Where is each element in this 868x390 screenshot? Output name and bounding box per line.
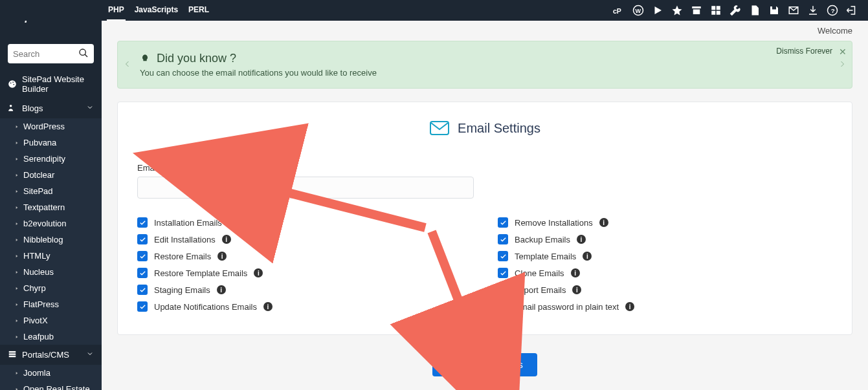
notice-body: You can choose the email notifications y… bbox=[140, 68, 813, 78]
sidebar-item-chyrp[interactable]: Chyrp bbox=[0, 280, 102, 296]
download-icon[interactable] bbox=[807, 5, 819, 16]
sidebar-item-flatpress[interactable]: FlatPress bbox=[0, 296, 102, 312]
sidebar-item-textpattern[interactable]: Textpattern bbox=[0, 199, 102, 215]
caret-right-icon bbox=[14, 170, 19, 180]
checkbox[interactable] bbox=[137, 285, 148, 295]
notice-prev[interactable] bbox=[122, 59, 133, 70]
cpanel-icon[interactable]: cP bbox=[613, 5, 625, 16]
caret-right-icon bbox=[14, 154, 19, 164]
checkbox[interactable] bbox=[498, 285, 508, 295]
tab-perl[interactable]: PERL bbox=[187, 0, 210, 21]
info-icon[interactable]: i bbox=[222, 235, 231, 244]
tab-php[interactable]: PHP bbox=[107, 0, 126, 21]
checkbox-label: Edit Installations bbox=[154, 235, 216, 244]
notice-next[interactable] bbox=[836, 59, 848, 70]
sidebar-item-leafpub[interactable]: Leafpub bbox=[0, 329, 102, 345]
welcome-text: Welcome bbox=[102, 21, 868, 38]
sidebar-item-serendipity[interactable]: Serendipity bbox=[0, 151, 102, 167]
sidebar-category-portals-cms[interactable]: Portals/CMS bbox=[0, 345, 102, 365]
notice-close[interactable]: ✕ bbox=[839, 47, 847, 57]
tab-javascripts[interactable]: JavaScripts bbox=[133, 0, 179, 21]
checkbox[interactable] bbox=[498, 234, 508, 244]
info-icon[interactable]: i bbox=[217, 252, 227, 261]
sidebar-category-blogs[interactable]: Blogs bbox=[0, 98, 102, 118]
file-icon[interactable] bbox=[749, 5, 761, 16]
envelope-icon[interactable] bbox=[788, 5, 799, 16]
checkbox[interactable] bbox=[498, 301, 508, 312]
info-icon[interactable]: i bbox=[577, 235, 586, 244]
sidebar-item-nucleus[interactable]: Nucleus bbox=[0, 264, 102, 280]
info-icon[interactable]: i bbox=[228, 218, 238, 227]
search-input[interactable] bbox=[13, 49, 78, 59]
caret-right-icon bbox=[14, 138, 19, 147]
sidebar-item-joomla[interactable]: Joomla bbox=[0, 365, 102, 381]
sidebar-item-open-real-estate[interactable]: Open Real Estate bbox=[0, 381, 102, 390]
check-row-update-notifications-emails: Update Notifications Emailsi bbox=[137, 298, 472, 315]
logout-icon[interactable] bbox=[846, 5, 858, 16]
sidebar-item-dotclear[interactable]: Dotclear bbox=[0, 167, 102, 183]
search-icon[interactable] bbox=[78, 48, 89, 60]
grid-icon[interactable] bbox=[710, 5, 722, 16]
email-address-label: Email Address i bbox=[137, 163, 832, 173]
topbar-icons: cP W ? bbox=[613, 5, 868, 16]
checkbox[interactable] bbox=[137, 251, 148, 261]
svg-rect-12 bbox=[9, 353, 16, 354]
svg-rect-13 bbox=[9, 356, 16, 357]
checkbox[interactable] bbox=[137, 268, 148, 278]
email-settings-card: Email Settings Email Address i Installat… bbox=[117, 102, 852, 335]
info-icon[interactable]: i bbox=[217, 285, 226, 294]
checkbox[interactable] bbox=[137, 234, 148, 244]
checkbox[interactable] bbox=[498, 251, 508, 261]
sidebar-item-pubvana[interactable]: Pubvana bbox=[0, 135, 102, 151]
star-icon[interactable] bbox=[671, 5, 683, 16]
checkbox[interactable] bbox=[498, 217, 508, 228]
checkbox[interactable] bbox=[137, 217, 148, 228]
info-icon[interactable]: i bbox=[599, 218, 608, 227]
save-icon[interactable] bbox=[768, 5, 780, 16]
checkbox[interactable] bbox=[498, 268, 508, 278]
svg-rect-11 bbox=[9, 351, 16, 352]
info-icon[interactable]: i bbox=[263, 302, 273, 311]
archive-icon[interactable] bbox=[691, 5, 702, 16]
play-icon[interactable] bbox=[652, 5, 663, 16]
notice-dismiss[interactable]: Dismiss Forever bbox=[776, 47, 832, 56]
sidebar-item-htmly[interactable]: HTMLy bbox=[0, 248, 102, 264]
caret-right-icon bbox=[14, 332, 19, 341]
svg-rect-14 bbox=[430, 122, 449, 135]
email-input[interactable] bbox=[137, 177, 474, 199]
main: Welcome Dismiss Forever ✕ Did you know ?… bbox=[102, 21, 868, 390]
sidebar-item-pivotx[interactable]: PivotX bbox=[0, 312, 102, 329]
info-icon[interactable]: i bbox=[254, 268, 263, 277]
check-row-installation-emails: Installation Emailsi bbox=[137, 214, 472, 231]
sidebar-item-sitepad[interactable]: SitePad Website Builder bbox=[0, 70, 102, 98]
sidebar-item-wordpress[interactable]: WordPress bbox=[0, 118, 102, 135]
info-icon[interactable]: i bbox=[583, 252, 592, 261]
edit-email-settings-button[interactable]: Edit Email Settings bbox=[432, 353, 537, 376]
caret-right-icon bbox=[14, 267, 19, 277]
checkbox-label: Installation Emails bbox=[154, 218, 222, 228]
checkbox[interactable] bbox=[137, 301, 148, 312]
info-icon[interactable]: i bbox=[571, 268, 580, 277]
caret-right-icon bbox=[14, 186, 19, 196]
check-row-restore-emails: Restore Emailsi bbox=[137, 248, 472, 265]
sidebar-item-nibbleblog[interactable]: Nibbleblog bbox=[0, 232, 102, 248]
check-row-import-emails: Import Emailsi bbox=[498, 281, 832, 298]
check-row-staging-emails: Staging Emailsi bbox=[137, 281, 472, 298]
info-icon[interactable]: i bbox=[572, 285, 581, 294]
info-icon[interactable]: i bbox=[625, 302, 634, 311]
checkbox-label: Template Emails bbox=[515, 252, 576, 261]
chevron-down-icon bbox=[86, 350, 94, 360]
svg-point-9 bbox=[13, 84, 14, 85]
search-box[interactable] bbox=[8, 44, 94, 63]
wrench-icon[interactable] bbox=[729, 5, 741, 16]
help-icon[interactable]: ? bbox=[827, 5, 838, 16]
sidebar-item-b-evolution[interactable]: b2evolution bbox=[0, 215, 102, 232]
page-title: Email Settings bbox=[137, 119, 832, 137]
envelope-outline-icon bbox=[429, 119, 450, 137]
sidebar-item-sitepad[interactable]: SitePad bbox=[0, 183, 102, 199]
category-icon bbox=[8, 349, 17, 360]
checkbox-label: Email password in plain text bbox=[515, 302, 619, 312]
wordpress-icon[interactable]: W bbox=[632, 5, 644, 16]
info-icon[interactable]: i bbox=[195, 164, 204, 173]
svg-text:W: W bbox=[636, 8, 641, 14]
